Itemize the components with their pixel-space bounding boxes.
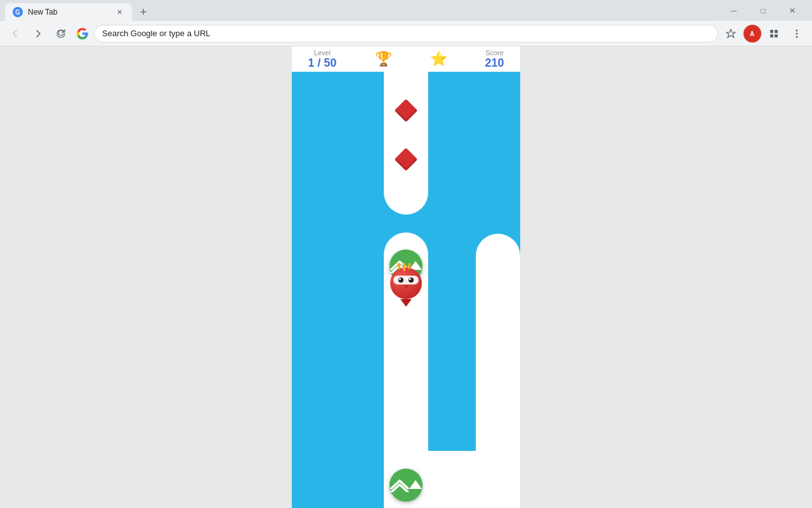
chrome-menu-button[interactable]: [787, 23, 807, 44]
score-label: Score: [485, 49, 504, 57]
tab-close-button[interactable]: ✕: [114, 7, 124, 17]
bookmark-button[interactable]: [721, 23, 741, 44]
trophy-icon: 🏆: [375, 51, 392, 67]
svg-text:A: A: [750, 30, 754, 37]
back-button[interactable]: [5, 23, 25, 44]
svg-point-10: [796, 36, 798, 37]
forward-button[interactable]: [28, 23, 48, 44]
address-bar[interactable]: Search Google or type a URL: [94, 25, 718, 43]
google-logo-icon: [76, 27, 89, 40]
ball-character: [390, 267, 422, 304]
svg-point-17: [476, 234, 520, 278]
level-value: 1 / 50: [308, 57, 336, 70]
tab-bar: G New Tab ✕ +: [5, 0, 152, 21]
score-section: Score 210: [485, 49, 504, 70]
maximize-button[interactable]: □: [749, 0, 778, 21]
score-value: 210: [485, 57, 504, 70]
svg-text:G: G: [15, 9, 20, 16]
minimize-button[interactable]: ─: [719, 0, 749, 21]
svg-point-12: [384, 170, 428, 215]
address-text: Search Google or type a URL: [102, 29, 710, 38]
new-tab-button[interactable]: +: [134, 3, 152, 21]
reload-button[interactable]: [51, 23, 71, 44]
svg-rect-4: [770, 30, 773, 33]
page-content: Level 1 / 50 🏆 ⭐ Score 210: [0, 46, 812, 508]
svg-rect-6: [770, 34, 773, 37]
window-controls: ─ □ ✕: [719, 0, 807, 21]
game-play-area: [292, 72, 520, 508]
browser-frame: G New Tab ✕ + ─ □ ✕: [0, 0, 812, 508]
svg-point-8: [796, 29, 798, 31]
level-label: Level: [314, 49, 331, 57]
profile-button[interactable]: A: [743, 25, 761, 43]
close-button[interactable]: ✕: [778, 0, 807, 21]
browser-tab[interactable]: G New Tab ✕: [5, 3, 132, 21]
level-section: Level 1 / 50: [308, 49, 336, 70]
extensions-button[interactable]: [764, 23, 784, 44]
up-arrow-button-bottom[interactable]: [390, 469, 422, 502]
title-bar: G New Tab ✕ + ─ □ ✕: [0, 0, 812, 21]
svg-point-9: [796, 32, 798, 34]
svg-rect-7: [775, 34, 778, 37]
svg-rect-5: [775, 30, 778, 33]
star-icon: ⭐: [430, 51, 447, 67]
svg-rect-16: [476, 256, 520, 453]
game-container: Level 1 / 50 🏆 ⭐ Score 210: [292, 46, 520, 508]
tab-favicon: G: [13, 7, 23, 17]
tab-title: New Tab: [28, 8, 109, 17]
nav-bar: Search Google or type a URL A: [0, 21, 812, 46]
game-header: Level 1 / 50 🏆 ⭐ Score 210: [292, 46, 520, 72]
